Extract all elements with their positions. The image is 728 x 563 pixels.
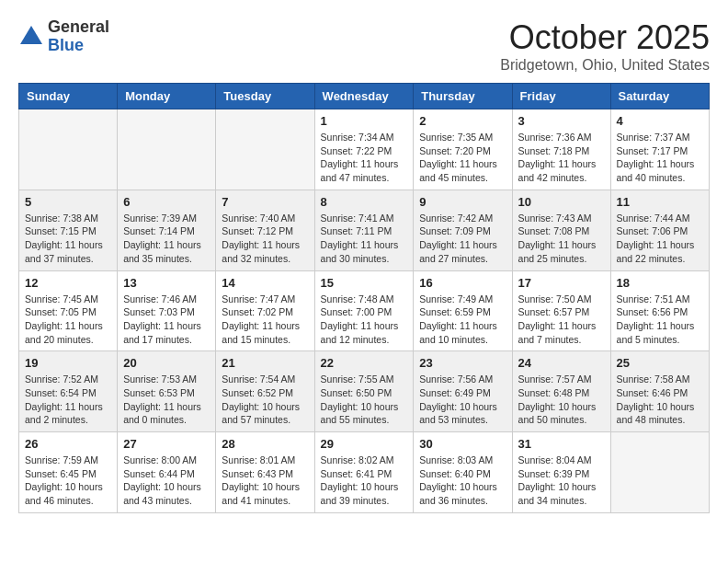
calendar-cell: 6Sunrise: 7:39 AM Sunset: 7:14 PM Daylig… bbox=[118, 190, 216, 270]
day-number: 29 bbox=[321, 437, 408, 451]
calendar-cell: 9Sunrise: 7:42 AM Sunset: 7:09 PM Daylig… bbox=[414, 190, 512, 270]
day-number: 16 bbox=[419, 276, 506, 290]
day-info: Sunrise: 7:39 AM Sunset: 7:14 PM Dayligh… bbox=[123, 212, 210, 266]
day-info: Sunrise: 7:44 AM Sunset: 7:06 PM Dayligh… bbox=[617, 212, 703, 266]
col-header-sunday: Sunday bbox=[19, 84, 118, 109]
calendar-cell: 24Sunrise: 7:57 AM Sunset: 6:48 PM Dayli… bbox=[512, 351, 610, 432]
day-number: 28 bbox=[222, 437, 308, 451]
day-number: 24 bbox=[518, 356, 605, 370]
day-number: 17 bbox=[518, 276, 605, 290]
calendar-cell bbox=[216, 109, 314, 190]
day-number: 15 bbox=[321, 276, 408, 290]
day-info: Sunrise: 7:52 AM Sunset: 6:54 PM Dayligh… bbox=[25, 373, 111, 427]
day-number: 14 bbox=[222, 276, 308, 290]
calendar-cell: 18Sunrise: 7:51 AM Sunset: 6:56 PM Dayli… bbox=[610, 270, 709, 351]
calendar-cell: 25Sunrise: 7:58 AM Sunset: 6:46 PM Dayli… bbox=[610, 351, 709, 432]
day-number: 3 bbox=[518, 114, 605, 128]
calendar-cell bbox=[19, 109, 118, 190]
col-header-tuesday: Tuesday bbox=[216, 84, 314, 109]
calendar-cell: 21Sunrise: 7:54 AM Sunset: 6:52 PM Dayli… bbox=[216, 351, 314, 432]
day-number: 12 bbox=[25, 276, 111, 290]
calendar-cell: 28Sunrise: 8:01 AM Sunset: 6:43 PM Dayli… bbox=[216, 432, 314, 513]
day-info: Sunrise: 7:48 AM Sunset: 7:00 PM Dayligh… bbox=[321, 293, 408, 347]
calendar-header-row: SundayMondayTuesdayWednesdayThursdayFrid… bbox=[19, 84, 710, 109]
calendar-cell: 8Sunrise: 7:41 AM Sunset: 7:11 PM Daylig… bbox=[314, 190, 414, 270]
day-number: 7 bbox=[222, 195, 308, 209]
day-info: Sunrise: 7:58 AM Sunset: 6:46 PM Dayligh… bbox=[617, 373, 703, 427]
day-info: Sunrise: 7:57 AM Sunset: 6:48 PM Dayligh… bbox=[518, 373, 605, 427]
calendar-cell: 2Sunrise: 7:35 AM Sunset: 7:20 PM Daylig… bbox=[414, 109, 512, 190]
day-number: 30 bbox=[419, 437, 506, 451]
calendar-cell: 11Sunrise: 7:44 AM Sunset: 7:06 PM Dayli… bbox=[610, 190, 709, 270]
calendar-cell: 17Sunrise: 7:50 AM Sunset: 6:57 PM Dayli… bbox=[512, 270, 610, 351]
title-block: October 2025 Bridgetown, Ohio, United St… bbox=[500, 18, 710, 74]
month-title: October 2025 bbox=[500, 18, 710, 57]
day-info: Sunrise: 7:59 AM Sunset: 6:45 PM Dayligh… bbox=[25, 454, 111, 508]
calendar-cell: 29Sunrise: 8:02 AM Sunset: 6:41 PM Dayli… bbox=[314, 432, 414, 513]
calendar-cell: 23Sunrise: 7:56 AM Sunset: 6:49 PM Dayli… bbox=[414, 351, 512, 432]
day-info: Sunrise: 7:38 AM Sunset: 7:15 PM Dayligh… bbox=[25, 212, 111, 266]
day-number: 22 bbox=[321, 356, 408, 370]
day-info: Sunrise: 7:49 AM Sunset: 6:59 PM Dayligh… bbox=[419, 293, 506, 347]
day-number: 11 bbox=[617, 195, 703, 209]
calendar-cell: 31Sunrise: 8:04 AM Sunset: 6:39 PM Dayli… bbox=[512, 432, 610, 513]
calendar-cell: 1Sunrise: 7:34 AM Sunset: 7:22 PM Daylig… bbox=[314, 109, 414, 190]
day-number: 19 bbox=[25, 356, 111, 370]
day-number: 1 bbox=[321, 114, 408, 128]
day-info: Sunrise: 7:46 AM Sunset: 7:03 PM Dayligh… bbox=[123, 293, 210, 347]
day-number: 25 bbox=[617, 356, 703, 370]
col-header-saturday: Saturday bbox=[610, 84, 709, 109]
calendar-week-row: 1Sunrise: 7:34 AM Sunset: 7:22 PM Daylig… bbox=[19, 109, 710, 190]
day-number: 20 bbox=[123, 356, 210, 370]
day-number: 26 bbox=[25, 437, 111, 451]
day-number: 31 bbox=[518, 437, 605, 451]
day-number: 2 bbox=[419, 114, 506, 128]
calendar-cell: 14Sunrise: 7:47 AM Sunset: 7:02 PM Dayli… bbox=[216, 270, 314, 351]
day-number: 8 bbox=[321, 195, 408, 209]
day-info: Sunrise: 7:40 AM Sunset: 7:12 PM Dayligh… bbox=[222, 212, 308, 266]
day-info: Sunrise: 8:00 AM Sunset: 6:44 PM Dayligh… bbox=[123, 454, 210, 508]
logo: General Blue bbox=[18, 18, 109, 55]
calendar-week-row: 5Sunrise: 7:38 AM Sunset: 7:15 PM Daylig… bbox=[19, 190, 710, 270]
day-info: Sunrise: 8:02 AM Sunset: 6:41 PM Dayligh… bbox=[321, 454, 408, 508]
calendar-cell: 12Sunrise: 7:45 AM Sunset: 7:05 PM Dayli… bbox=[19, 270, 118, 351]
col-header-monday: Monday bbox=[118, 84, 216, 109]
col-header-friday: Friday bbox=[512, 84, 610, 109]
day-info: Sunrise: 7:42 AM Sunset: 7:09 PM Dayligh… bbox=[419, 212, 506, 266]
calendar-cell: 30Sunrise: 8:03 AM Sunset: 6:40 PM Dayli… bbox=[414, 432, 512, 513]
calendar-cell: 22Sunrise: 7:55 AM Sunset: 6:50 PM Dayli… bbox=[314, 351, 414, 432]
day-info: Sunrise: 7:56 AM Sunset: 6:49 PM Dayligh… bbox=[419, 373, 506, 427]
day-info: Sunrise: 8:01 AM Sunset: 6:43 PM Dayligh… bbox=[222, 454, 308, 508]
logo-icon bbox=[18, 24, 44, 50]
calendar-cell: 13Sunrise: 7:46 AM Sunset: 7:03 PM Dayli… bbox=[118, 270, 216, 351]
day-info: Sunrise: 7:34 AM Sunset: 7:22 PM Dayligh… bbox=[321, 131, 408, 185]
calendar-cell bbox=[118, 109, 216, 190]
calendar-cell: 27Sunrise: 8:00 AM Sunset: 6:44 PM Dayli… bbox=[118, 432, 216, 513]
day-info: Sunrise: 7:54 AM Sunset: 6:52 PM Dayligh… bbox=[222, 373, 308, 427]
calendar-cell: 5Sunrise: 7:38 AM Sunset: 7:15 PM Daylig… bbox=[19, 190, 118, 270]
calendar-week-row: 26Sunrise: 7:59 AM Sunset: 6:45 PM Dayli… bbox=[19, 432, 710, 513]
day-info: Sunrise: 7:50 AM Sunset: 6:57 PM Dayligh… bbox=[518, 293, 605, 347]
logo-blue-text: Blue bbox=[48, 36, 84, 54]
day-number: 6 bbox=[123, 195, 210, 209]
calendar-table: SundayMondayTuesdayWednesdayThursdayFrid… bbox=[18, 83, 710, 513]
day-info: Sunrise: 8:04 AM Sunset: 6:39 PM Dayligh… bbox=[518, 454, 605, 508]
calendar-cell: 26Sunrise: 7:59 AM Sunset: 6:45 PM Dayli… bbox=[19, 432, 118, 513]
day-info: Sunrise: 7:51 AM Sunset: 6:56 PM Dayligh… bbox=[617, 293, 703, 347]
calendar-cell: 3Sunrise: 7:36 AM Sunset: 7:18 PM Daylig… bbox=[512, 109, 610, 190]
day-info: Sunrise: 7:43 AM Sunset: 7:08 PM Dayligh… bbox=[518, 212, 605, 266]
day-info: Sunrise: 7:36 AM Sunset: 7:18 PM Dayligh… bbox=[518, 131, 605, 185]
day-number: 13 bbox=[123, 276, 210, 290]
calendar-cell: 15Sunrise: 7:48 AM Sunset: 7:00 PM Dayli… bbox=[314, 270, 414, 351]
calendar-cell: 7Sunrise: 7:40 AM Sunset: 7:12 PM Daylig… bbox=[216, 190, 314, 270]
day-info: Sunrise: 7:53 AM Sunset: 6:53 PM Dayligh… bbox=[123, 373, 210, 427]
day-info: Sunrise: 7:45 AM Sunset: 7:05 PM Dayligh… bbox=[25, 293, 111, 347]
calendar-week-row: 19Sunrise: 7:52 AM Sunset: 6:54 PM Dayli… bbox=[19, 351, 710, 432]
day-info: Sunrise: 7:37 AM Sunset: 7:17 PM Dayligh… bbox=[617, 131, 703, 185]
day-number: 4 bbox=[617, 114, 703, 128]
col-header-wednesday: Wednesday bbox=[314, 84, 414, 109]
day-info: Sunrise: 7:47 AM Sunset: 7:02 PM Dayligh… bbox=[222, 293, 308, 347]
day-number: 21 bbox=[222, 356, 308, 370]
calendar-cell: 19Sunrise: 7:52 AM Sunset: 6:54 PM Dayli… bbox=[19, 351, 118, 432]
day-number: 23 bbox=[419, 356, 506, 370]
